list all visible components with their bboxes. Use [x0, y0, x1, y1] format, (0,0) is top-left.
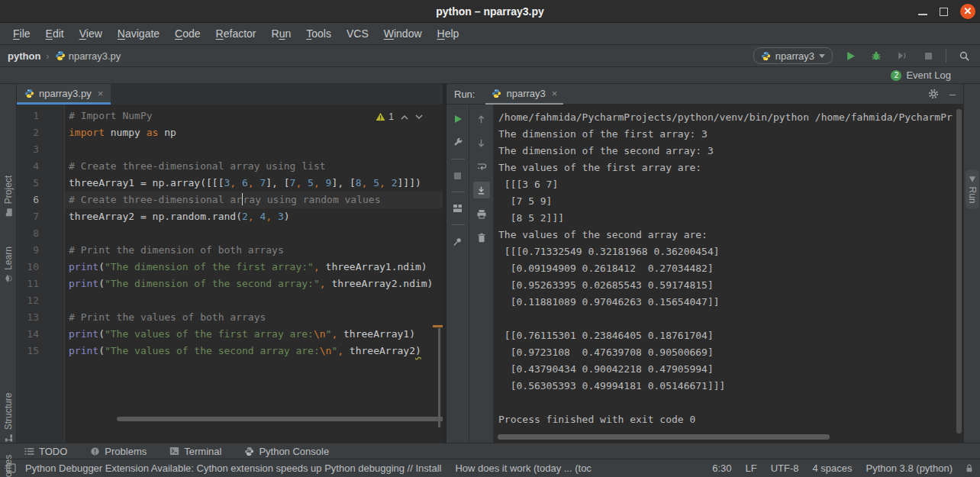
tool-window-run[interactable]: Run: [965, 169, 979, 208]
code-token: [236, 177, 242, 189]
close-button[interactable]: ✕: [960, 4, 975, 19]
terminal-icon: [169, 446, 179, 456]
code-line-8[interactable]: [65, 225, 443, 242]
warning-indicator[interactable]: 1: [376, 108, 394, 125]
tool-window-python-console[interactable]: Python Console: [244, 446, 329, 457]
code-line-3[interactable]: [65, 141, 443, 158]
code-token: "The values of the second array are:: [105, 345, 320, 356]
event-log-button[interactable]: Event Log: [906, 69, 951, 81]
status-message[interactable]: Python Debugger Extension Available: Cyt…: [25, 462, 441, 474]
editor-vertical-scrollbar[interactable]: [438, 328, 440, 427]
file-encoding[interactable]: UTF-8: [771, 462, 799, 474]
tool-window-project[interactable]: Project: [3, 176, 14, 217]
menu-edit[interactable]: Edit: [39, 25, 71, 42]
run-tab-label: nparray3: [506, 88, 545, 99]
up-stack-trace-icon[interactable]: [473, 111, 490, 127]
tool-window-learn[interactable]: Learn: [3, 247, 14, 283]
menu-window[interactable]: Window: [377, 25, 429, 42]
stop-button[interactable]: [920, 47, 936, 64]
tool-window-todo[interactable]: TODO: [24, 446, 67, 457]
run-with-coverage-button[interactable]: [894, 47, 911, 64]
run-button[interactable]: [842, 47, 859, 64]
debug-button[interactable]: [868, 47, 885, 64]
menu-file[interactable]: File: [6, 25, 37, 42]
console-horizontal-scrollbar[interactable]: [498, 434, 830, 440]
status-message-secondary[interactable]: How does it work (today ... (toc: [455, 462, 591, 474]
code-line-7[interactable]: threeArray2 = np.random.rand(2, 4, 3): [65, 208, 443, 225]
breadcrumb-file[interactable]: nparray3.py: [69, 50, 121, 62]
rerun-button[interactable]: [450, 111, 466, 127]
menu-refactor[interactable]: Refactor: [209, 25, 263, 42]
code-line-6[interactable]: # Create three-dimensional array using r…: [65, 192, 443, 208]
line-number: 15: [17, 343, 39, 359]
tool-window-structure[interactable]: Structure: [3, 393, 14, 443]
down-stack-trace-icon[interactable]: [473, 134, 490, 151]
code-line-10[interactable]: print("The dimension of the first array:…: [65, 259, 443, 276]
breadcrumb-separator-icon: ›: [46, 50, 49, 62]
menu-vcs[interactable]: VCS: [340, 25, 376, 42]
tool-window-favorites[interactable]: Favorites: [3, 455, 14, 477]
code-line-11[interactable]: print("The dimension of the second array…: [65, 276, 443, 292]
code-token: 3: [278, 211, 284, 222]
soft-wrap-icon[interactable]: [473, 158, 490, 175]
python-icon: [761, 51, 771, 61]
run-tab-nparray3[interactable]: nparray3 ×: [485, 84, 563, 105]
print-icon[interactable]: [473, 205, 490, 222]
menu-run[interactable]: Run: [265, 25, 298, 42]
editor-code-area[interactable]: # Import NumPyimport numpy as np# Create…: [65, 105, 443, 443]
restore-layout-icon[interactable]: [450, 200, 466, 217]
lock-icon[interactable]: [965, 463, 974, 473]
console-line: [498, 311, 963, 327]
tab-close-icon[interactable]: ×: [98, 88, 104, 99]
code-line-14[interactable]: print("The values of the first array are…: [65, 326, 443, 343]
run-configuration-select[interactable]: nparray3: [753, 47, 833, 64]
code-token: print: [69, 345, 98, 356]
scroll-to-end-button[interactable]: [473, 182, 490, 198]
code-line-2[interactable]: import numpy as np: [65, 124, 443, 141]
run-console[interactable]: /home/fahmida/PycharmProjects/python/ven…: [494, 105, 963, 443]
minimize-button[interactable]: [918, 14, 927, 15]
tab-close-icon[interactable]: ×: [552, 88, 558, 99]
code-line-4[interactable]: # Create three-dimensional array using l…: [65, 158, 443, 175]
tool-window-terminal[interactable]: Terminal: [169, 446, 221, 457]
code-token: # Create three-dimensional array using l…: [69, 160, 326, 172]
menu-view[interactable]: View: [73, 25, 109, 42]
edit-configuration-wrench-icon[interactable]: [450, 134, 466, 151]
code-token: # Import NumPy: [69, 110, 153, 121]
indent-style[interactable]: 4 spaces: [812, 462, 852, 474]
console-line: The values of the first array are:: [498, 160, 963, 176]
editor-horizontal-scrollbar[interactable]: [117, 417, 443, 421]
maximize-button[interactable]: [940, 8, 948, 16]
line-number: 14: [17, 326, 39, 343]
menu-navigate[interactable]: Navigate: [111, 25, 166, 42]
next-warning-icon[interactable]: [415, 114, 423, 120]
warning-stripe-mark[interactable]: [433, 325, 443, 327]
code-line-15[interactable]: print("The values of the second array ar…: [65, 343, 443, 359]
title-bar[interactable]: python – nparray3.py ✕: [0, 0, 980, 23]
prev-warning-icon[interactable]: [401, 114, 408, 120]
menu-code[interactable]: Code: [168, 25, 207, 42]
line-ending[interactable]: LF: [745, 462, 756, 474]
code-line-9[interactable]: # Print the dimension of both arrays: [65, 242, 443, 259]
breadcrumb-project[interactable]: python: [8, 50, 40, 62]
console-vertical-scrollbar[interactable]: [956, 109, 962, 433]
search-everywhere-icon[interactable]: [956, 47, 972, 64]
python-interpreter[interactable]: Python 3.8 (python): [866, 462, 953, 474]
console-line: [[[0.71332549 0.32181968 0.36200454]: [498, 243, 963, 260]
code-token: [385, 177, 392, 189]
inspection-widget[interactable]: 1: [376, 108, 423, 125]
menu-help[interactable]: Help: [430, 25, 466, 42]
code-line-12[interactable]: [65, 292, 443, 309]
settings-gear-icon[interactable]: [928, 89, 939, 99]
menu-tools[interactable]: Tools: [299, 25, 338, 42]
stop-process-button[interactable]: [450, 167, 466, 184]
clear-all-trash-icon[interactable]: [473, 229, 490, 246]
pin-tab-icon[interactable]: [450, 233, 466, 250]
code-line-5[interactable]: threeArray1 = np.array([[[3, 6, 7], [7, …: [65, 175, 443, 192]
tool-window-problems[interactable]: Problems: [90, 446, 147, 457]
editor-tab-nparray3[interactable]: nparray3.py ×: [17, 84, 111, 105]
code-line-13[interactable]: # Print the values of both arrays: [65, 309, 443, 326]
hide-panel-icon[interactable]: –: [949, 90, 956, 98]
cursor-position[interactable]: 6:30: [712, 462, 731, 474]
console-line: Process finished with exit code 0: [498, 411, 963, 428]
